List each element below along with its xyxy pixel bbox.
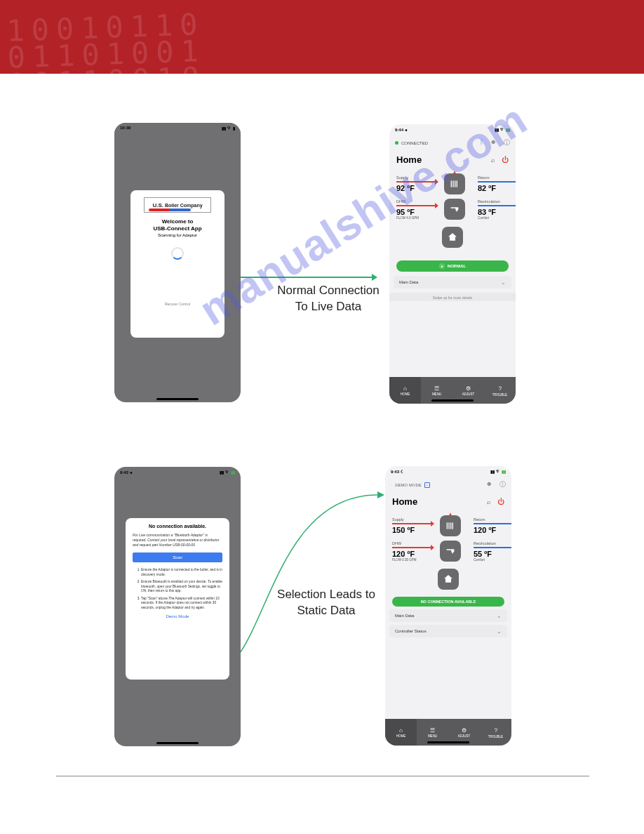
account-icon[interactable]: ☻ [486,480,492,489]
radiator-tile[interactable]: ▲ [444,173,465,194]
status-icons: ▮▮ ᯤ ▮▮ [220,470,235,475]
chevron-down-icon: ⌄ [497,628,502,635]
svg-marker-1 [377,491,384,498]
search-icon[interactable]: ⌕ [487,498,490,505]
svg-rect-9 [452,522,453,529]
svg-rect-5 [457,180,457,187]
dhw-value: 95 ºF [396,208,438,216]
signal-icon: ▮▮ [495,127,499,132]
house-tile[interactable] [438,569,459,590]
search-icon[interactable]: ⌕ [491,157,495,164]
demo-mode-link[interactable]: Demo Mode [133,614,222,618]
wifi-icon: ᯤ [227,126,232,130]
recirc-sub: Comfort [474,558,511,562]
arrow-right-blue-icon [474,522,511,526]
recover-link[interactable]: Recover Control [130,302,224,306]
main-data-dropdown[interactable]: Main Data ⌄ [394,276,511,289]
status-pill: ● NORMAL [396,260,509,272]
return-metric: Return 120 ºF [474,517,511,534]
recirc-metric: Recirculation 83 ºF Comfort [478,199,516,220]
no-connection-modal: No connection available. For Live commun… [126,518,229,680]
dhw-metric: DHW 120 ºF FLOW 0.35 GPM [392,541,434,562]
recirc-sub: Comfort [478,216,516,220]
wifi-icon: ᯤ [500,127,504,131]
company-logo: U.S. Boiler Company [144,197,211,213]
dhw-sub: FLOW 0.35 GPM [392,558,434,562]
connection-status-row: CONNECTED ᛒ ☻ ⓘ [389,134,516,152]
arrow-right-blue-icon [478,204,516,208]
no-connection-ribbon: NO CONNECTION AVAILABLE [392,597,504,607]
dhw-value: 120 ºF [392,550,434,558]
account-icon[interactable]: ☻ [490,138,497,147]
spinner-icon [171,247,184,260]
flame-icon: ▲ [448,511,453,517]
tab-trouble[interactable]: ？TROUBLE [480,719,511,746]
welcome-line2: USB-Connect App [130,225,224,232]
home-indicator [431,399,474,402]
welcome-line1: Welcome to [130,218,224,225]
house-icon [447,232,458,243]
arrow-right-red-icon [392,522,434,526]
dhw-metric: DHW 95 ºF FLOW 4.0 GPM [396,199,438,220]
logo-text-company: Boiler Company [165,203,203,208]
supply-value: 150 ºF [392,526,434,534]
banner-pattern: 100101100110100110110010 [0,0,644,74]
tab-trouble[interactable]: ？TROUBLE [484,377,516,404]
radiator-tile[interactable]: ▲ [440,515,461,536]
power-icon[interactable]: ⏻ [497,498,504,505]
wifi-icon: ᯤ [225,470,229,474]
pill-circle-icon: ● [439,263,445,269]
demo-label: DEMO MODE [395,483,422,487]
signal-icon: ▮▮ [220,470,224,475]
bluetooth-icon[interactable]: ᛒ [480,138,483,147]
battery-icon: ▮▮ [231,470,235,475]
home-icon: ⌂ [399,727,403,734]
footer-rule [56,776,589,776]
battery-icon: ▮▮ [506,127,510,132]
status-icons: ▮▮ ᯤ ▮▮ [490,469,506,474]
return-value: 82 ºF [478,184,516,192]
faucet-tile[interactable] [444,199,465,220]
battery-icon: ▮▮ [502,469,506,474]
tab-home[interactable]: ⌂HOME [385,719,417,746]
status-time: 10:30 [120,126,130,130]
arrow-right-blue-icon [478,180,516,184]
connected-label: CONNECTED [401,141,428,145]
welcome-modal: U.S. Boiler Company Welcome to USB-Conne… [130,190,224,338]
house-icon [443,574,454,585]
radiator-icon [445,520,456,531]
main-data-dropdown[interactable]: Main Data ⌄ [389,609,507,622]
instructions-list: Ensure the Adaptor is connected to the b… [133,568,222,610]
faucet-icon [445,545,456,557]
menu-icon: ☰ [434,385,439,392]
phone-no-connection: 9:42 ◂ ▮▮ ᯤ ▮▮ No connection available. … [114,467,241,746]
faucet-icon [449,204,460,215]
house-tile[interactable] [442,227,463,248]
info-icon[interactable]: ⓘ [499,480,506,489]
pill-label: NORMAL [448,264,466,268]
dropdown-label: Controller Status [395,629,427,633]
demo-dot: ◦ [391,483,392,487]
gear-icon: ⚙ [466,385,471,392]
supply-metric: Supply 92 ºF [396,176,438,192]
svg-rect-2 [451,180,452,187]
signal-icon: ▮▮ [222,126,226,131]
power-icon[interactable]: ⏻ [502,156,509,164]
menu-icon: ☰ [430,727,435,734]
faucet-tile[interactable] [440,541,461,562]
arrow-right-blue-icon [474,545,511,550]
return-value: 120 ºF [474,526,511,534]
scan-button[interactable]: Scan [133,552,222,562]
logo-swoosh [149,208,191,211]
return-metric: Return 82 ºF [478,176,516,192]
signal-icon: ▮▮ [490,469,495,474]
info-icon[interactable]: ⓘ [504,138,510,147]
logo-text-us: U.S. [152,202,163,208]
home-indicator [156,398,199,400]
controller-status-dropdown[interactable]: Controller Status ⌄ [389,625,507,637]
phone-demo-mode: 9:43 ☾ ▮▮ ᯤ ▮▮ ◦ DEMO MODE → ☻ ⓘ Home ⌕ … [385,466,511,746]
radiator-icon [449,178,460,190]
tab-home[interactable]: ⌂HOME [389,377,421,404]
exit-demo-icon[interactable]: → [424,482,430,488]
status-icons: ▮▮ ᯤ ▮▮ [495,127,510,132]
